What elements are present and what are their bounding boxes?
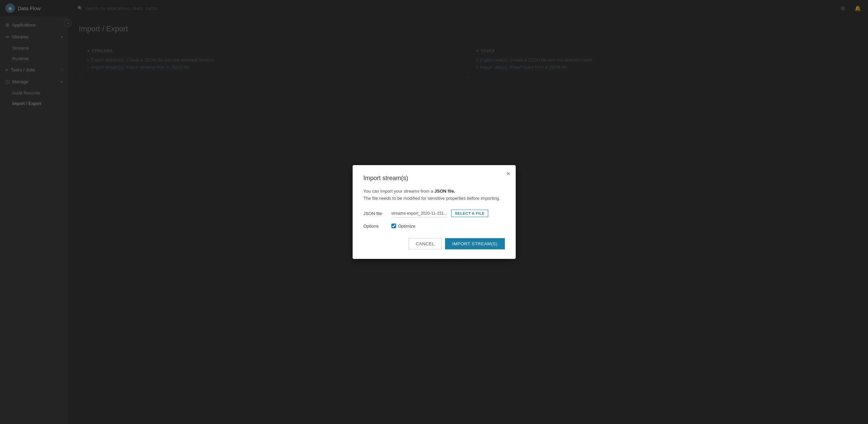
json-file-row: JSON file streams-export_2020-11-151... … [364,210,505,217]
select-file-button[interactable]: SELECT A FILE [451,210,488,217]
checkbox-group: Optimize [391,224,415,229]
dialog-desc-line2: The file needs to be modified for sensit… [364,196,500,201]
dialog-title: Import stream(s) [364,175,505,182]
optimize-checkbox[interactable] [391,224,396,228]
file-display: streams-export_2020-11-151... [391,210,447,217]
json-file-label: JSON file [364,211,387,216]
optimize-label: Optimize [398,224,415,229]
dialog-desc-line1: You can import your streams from a [364,189,435,194]
options-label: Options [364,224,387,229]
dialog-footer: CANCEL IMPORT STREAM(S) [364,238,505,249]
options-row: Options Optimize [364,224,505,229]
modal-overlay: Import stream(s) × You can import your s… [0,0,868,424]
dialog-desc-bold: JSON file. [435,189,455,194]
dialog-close-button[interactable]: × [507,171,510,177]
cancel-button[interactable]: CANCEL [409,238,442,249]
import-streams-dialog: Import stream(s) × You can import your s… [353,165,516,259]
import-streams-button[interactable]: IMPORT STREAM(S) [445,238,504,249]
dialog-description: You can import your streams from a JSON … [364,188,505,202]
